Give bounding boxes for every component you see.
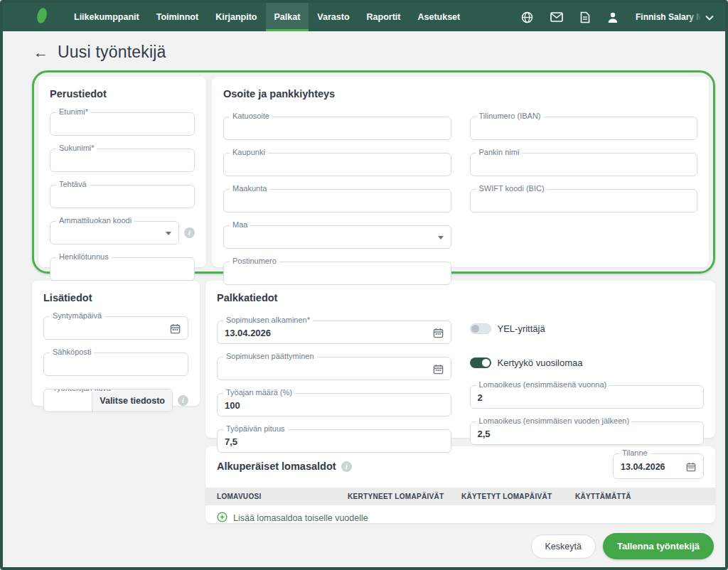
mail-icon[interactable] xyxy=(550,12,563,22)
contract-start-field[interactable]: Sopimuksen alkaminen* 13.04.2026 xyxy=(217,321,451,344)
address-bank-section: Osoite ja pankkiyhteys Katuosoite Kaupun… xyxy=(212,77,709,267)
field-label: Sopimuksen päättyminen xyxy=(223,352,317,360)
holiday-balances-section: Alkuperäiset lomasaldot i Tilanne 13.04.… xyxy=(205,446,715,523)
footer-actions: Keskeytä Tallenna työntekijä xyxy=(32,533,715,559)
work-time-percent-field[interactable]: Työajan määrä (%) 100 xyxy=(217,393,451,416)
page-header: ← Uusi työntekijä xyxy=(32,31,715,70)
calendar-icon[interactable] xyxy=(686,462,696,472)
top-navbar: Liikekumppanit Toiminnot Kirjanpito Palk… xyxy=(3,3,725,31)
field-label: Sopimuksen alkaminen* xyxy=(223,316,313,324)
annual-leave-toggle[interactable]: Kertyykö vuosilomaa xyxy=(470,357,705,368)
iban-field[interactable]: Tilinumero (IBAN) xyxy=(470,117,698,140)
second-row: Lisätiedot Syntymäpäivä Sähköposti xyxy=(32,281,715,438)
field-label: Tilanne xyxy=(619,448,651,457)
nav-item-palkat[interactable]: Palkat xyxy=(266,3,309,31)
field-label: Sähköposti xyxy=(50,348,94,356)
address-left-column: Katuosoite Kaupunki Ma xyxy=(223,104,451,285)
country-select[interactable]: Maa xyxy=(223,225,451,249)
chevron-down-icon xyxy=(438,236,444,240)
street-address-field[interactable]: Katuosoite xyxy=(223,117,451,140)
save-employee-button[interactable]: Tallenna työntekijä xyxy=(603,533,714,559)
field-label: Katuosoite xyxy=(230,112,272,120)
app-window: Liikekumppanit Toiminnot Kirjanpito Palk… xyxy=(0,0,728,570)
field-label: Maakunta xyxy=(230,184,269,193)
status-date-field[interactable]: Tilanne 13.04.2026 xyxy=(613,453,704,479)
calendar-icon[interactable] xyxy=(433,364,444,375)
postal-code-field[interactable]: Postinumero xyxy=(223,262,451,285)
field-value: 2,5 xyxy=(478,429,491,439)
contract-end-field[interactable]: Sopimuksen päättyminen xyxy=(217,357,451,380)
add-balance-label: Lisää lomasaldoa toiselle vuodelle xyxy=(233,513,368,523)
field-label: Henkilötunnus xyxy=(56,252,112,261)
info-icon[interactable]: i xyxy=(341,461,352,472)
info-icon[interactable]: i xyxy=(184,227,195,238)
field-label: Pankin nimi xyxy=(476,148,523,156)
firstname-field[interactable]: Etunimi* xyxy=(50,112,195,136)
nav-item-liikekumppanit[interactable]: Liikekumppanit xyxy=(65,3,148,31)
choose-file-button[interactable]: Valitse tiedosto xyxy=(92,389,172,412)
calendar-icon[interactable] xyxy=(170,323,181,334)
globe-icon[interactable] xyxy=(521,11,533,23)
lastname-field[interactable]: Sukunimi* xyxy=(50,149,195,172)
extra-heading: Lisätiedot xyxy=(43,292,188,303)
back-arrow-icon[interactable]: ← xyxy=(33,45,48,60)
city-field[interactable]: Kaupunki xyxy=(223,153,451,176)
salary-heading: Palkkatiedot xyxy=(217,292,704,303)
email-field[interactable]: Sähköposti xyxy=(43,353,188,376)
account-selector[interactable]: Finnish Salary Module xyxy=(636,11,714,23)
occupation-code-select[interactable]: Ammattiluokan koodi xyxy=(50,221,179,244)
field-value: 13.04.2026 xyxy=(225,328,271,338)
field-value: 2 xyxy=(478,392,483,403)
field-value: 7,5 xyxy=(225,436,237,447)
basics-heading: Perustiedot xyxy=(50,88,195,100)
nav-item-kirjanpito[interactable]: Kirjanpito xyxy=(207,3,265,31)
employee-photo-upload[interactable]: Työntekijän kuva Valitse tiedosto xyxy=(43,389,173,412)
leave-first-year-field[interactable]: Lomaoikeus (ensimmäisenä vuonna) 2 xyxy=(470,385,705,409)
field-label: SWIFT koodi (BIC) xyxy=(476,184,547,193)
field-label: Tehtävä xyxy=(56,180,90,188)
toggle-label: YEL-yrittäjä xyxy=(498,323,545,334)
birthdate-field[interactable]: Syntymäpäivä xyxy=(43,316,188,340)
field-label: Ammattiluokan koodi xyxy=(56,216,134,225)
swift-bic-field[interactable]: SWIFT koodi (BIC) xyxy=(470,189,698,213)
field-label: Lomaoikeus (ensimmäisenä vuonna) xyxy=(476,380,610,389)
chevron-down-icon xyxy=(166,232,171,235)
field-label: Lomaoikeus (ensimmäisen vuoden jälkeen) xyxy=(476,416,633,425)
brand-logo[interactable] xyxy=(34,3,50,31)
region-field[interactable]: Maakunta xyxy=(223,189,451,213)
field-label: Työpäivän pituus xyxy=(223,424,288,433)
column-header: KÄYTETYT LOMAPÄIVÄT xyxy=(461,493,575,500)
leave-after-first-year-field[interactable]: Lomaoikeus (ensimmäisen vuoden jälkeen) … xyxy=(470,421,705,445)
nav-item-raportit[interactable]: Raportit xyxy=(358,3,410,31)
column-header: KERTYNEET LOMAPÄIVÄT xyxy=(348,493,461,500)
address-heading: Osoite ja pankkiyhteys xyxy=(223,88,697,100)
nav-item-asetukset[interactable]: Asetukset xyxy=(409,3,469,31)
field-label: Työntekijän kuva xyxy=(50,389,114,392)
account-label: Finnish Salary Module xyxy=(636,12,701,22)
navbar-right: Finnish Salary Module xyxy=(521,3,725,31)
field-value: 13.04.2026 xyxy=(621,462,665,472)
field-label: Etunimi* xyxy=(56,107,91,116)
field-label: Tilinumero (IBAN) xyxy=(476,112,544,120)
job-title-field[interactable]: Tehtävä xyxy=(50,185,195,208)
field-label: Sukunimi* xyxy=(56,144,97,152)
document-icon[interactable] xyxy=(580,11,590,23)
add-balance-link[interactable]: Lisää lomasaldoa toiselle vuodelle xyxy=(205,505,715,531)
column-header: KÄYTTÄMÄTTÄ xyxy=(575,493,704,500)
salary-left-column: Sopimuksen alkaminen* 13.04.2026 Sopimuk… xyxy=(217,308,451,453)
personal-id-field[interactable]: Henkilötunnus xyxy=(50,257,195,281)
extra-info-section: Lisätiedot Syntymäpäivä Sähköposti xyxy=(32,281,200,406)
toggle-on-icon xyxy=(470,357,491,368)
calendar-icon[interactable] xyxy=(433,328,444,338)
nav-item-toiminnot[interactable]: Toiminnot xyxy=(148,3,207,31)
user-icon[interactable] xyxy=(607,11,619,23)
salary-right-column: YEL-yrittäjä Kertyykö vuosilomaa Lomaoik… xyxy=(470,308,705,453)
cancel-button[interactable]: Keskeytä xyxy=(531,534,596,559)
column-header: LOMAVUOSI xyxy=(217,493,348,500)
bank-name-field[interactable]: Pankin nimi xyxy=(470,153,698,176)
nav-item-varasto[interactable]: Varasto xyxy=(309,3,358,31)
info-icon[interactable]: i xyxy=(178,395,188,406)
yel-toggle[interactable]: YEL-yrittäjä xyxy=(470,323,705,334)
workday-length-field[interactable]: Työpäivän pituus 7,5 xyxy=(217,429,451,453)
balances-table-header: LOMAVUOSI KERTYNEET LOMAPÄIVÄT KÄYTETYT … xyxy=(205,488,715,505)
